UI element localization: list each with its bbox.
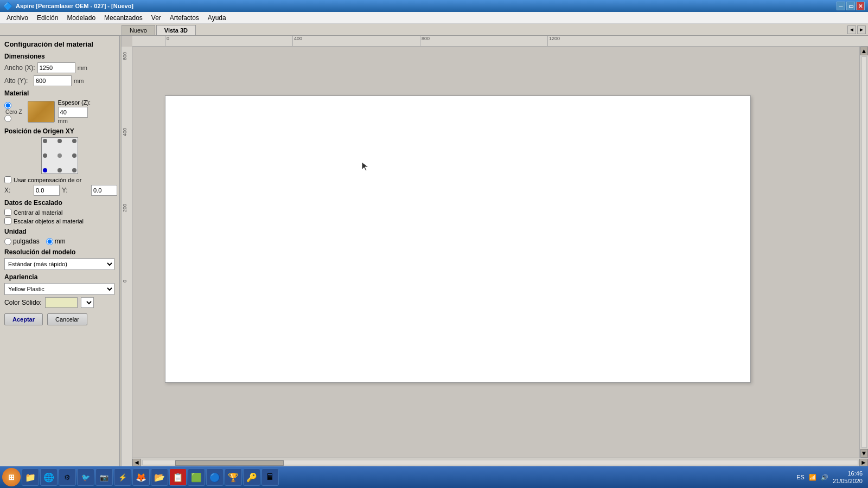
app-icon: 🔷 (3, 2, 12, 10)
vscroll-track[interactable] (861, 56, 867, 448)
taskbar-volume-icon: 🔊 (821, 474, 828, 481)
taskbar-icon-files[interactable]: 📂 (151, 468, 168, 486)
origin-dot-bm[interactable] (58, 168, 62, 172)
espesor-unit: mm (58, 118, 91, 124)
origin-dot-mm[interactable] (58, 153, 62, 158)
pulgadas-label: pulgadas (13, 237, 40, 245)
close-button[interactable]: ✕ (856, 2, 865, 10)
taskbar-icon-key[interactable]: 🔑 (243, 468, 260, 486)
radio-pulgadas[interactable]: pulgadas (4, 237, 40, 245)
hscroll-left-button[interactable]: ◄ (132, 459, 141, 466)
ancho-input[interactable] (37, 62, 75, 73)
nav-left-button[interactable]: ◄ (847, 25, 856, 34)
alto-input[interactable] (34, 75, 72, 86)
canvas-area[interactable] (132, 47, 868, 455)
apariencia-select[interactable]: Yellow Plastic Oak Pine MDF Aluminium Co… (4, 283, 114, 295)
comp-y-input[interactable] (91, 185, 117, 196)
vertical-scrollbar[interactable]: ▲ ▼ (859, 47, 868, 458)
nav-right-button[interactable]: ► (857, 25, 866, 34)
radio-mm[interactable]: mm (46, 237, 66, 245)
ruler-v-tick-400: 400 (122, 128, 127, 136)
ancho-label: Ancho (X): (4, 64, 35, 72)
color-swatch-select[interactable]: ▼ (81, 297, 94, 308)
taskbar-icon-bird[interactable]: 🐦 (77, 468, 94, 486)
origin-dot-br[interactable] (72, 168, 76, 172)
cancelar-button[interactable]: Cancelar (47, 313, 87, 325)
taskbar-icon-explorer[interactable]: 📁 (22, 468, 39, 486)
menu-modelado[interactable]: Modelado (62, 13, 100, 23)
taskbar-date: 21/05/2020 (833, 477, 863, 485)
origin-dot-bl[interactable] (43, 168, 47, 172)
taskbar-icon-lightning[interactable]: ⚡ (114, 468, 131, 486)
cursor-arrow-icon (361, 161, 372, 172)
ancho-unit: mm (78, 65, 87, 71)
menu-ayuda[interactable]: Ayuda (203, 13, 231, 23)
taskbar-icon-medal[interactable]: 🏆 (225, 468, 242, 486)
taskbar-icon-calc[interactable]: 🖩 (261, 468, 279, 486)
horizontal-scrollbar[interactable]: ◄ ► (132, 458, 868, 466)
alto-label: Alto (Y): (4, 77, 31, 85)
restore-button[interactable]: ▭ (846, 2, 855, 10)
vscroll-up-button[interactable]: ▲ (860, 47, 868, 55)
window-title: Aspire [Percamlaser OEM - 027] - [Nuevo] (16, 3, 133, 9)
material-preview (28, 101, 55, 123)
ruler-v-tick-200: 200 (122, 204, 127, 212)
menu-edicion[interactable]: Edición (33, 13, 62, 23)
menu-ver[interactable]: Ver (147, 13, 165, 23)
taskbar-icon-blue[interactable]: 🔵 (206, 468, 224, 486)
panel-title: Configuración del material (4, 40, 114, 48)
menu-mecanizados[interactable]: Mecanizados (100, 13, 147, 23)
radio-pulgadas-input[interactable] (4, 238, 11, 245)
origin-dot-tr[interactable] (72, 139, 76, 143)
ceroz-bottom-input[interactable] (4, 115, 11, 122)
tab-nuevo[interactable]: Nuevo (122, 25, 155, 35)
hscroll-thumb[interactable] (175, 460, 284, 466)
svg-marker-0 (362, 162, 368, 171)
taskbar-icon-chrome[interactable]: 🌐 (40, 468, 58, 486)
aceptar-button[interactable]: Aceptar (4, 313, 43, 325)
start-button[interactable]: ⊞ (2, 468, 21, 486)
escalar-checkbox[interactable] (4, 217, 11, 224)
compensacion-xy: X: Y: (4, 185, 114, 196)
origin-dot-ml[interactable] (43, 153, 47, 158)
material-block: Cero Z Espesor (Z): mm (4, 99, 114, 124)
color-solido-label: Color Sólido: (4, 299, 42, 306)
material-z-block: Espesor (Z): mm (58, 99, 91, 124)
taskbar-icon-firefox[interactable]: 🦊 (132, 468, 150, 486)
menu-archivo[interactable]: Archivo (2, 13, 33, 23)
ruler-h-tick-400: 400 (292, 36, 302, 47)
taskbar-icon-green[interactable]: 🟩 (188, 468, 205, 486)
ruler-horizontal: 0 400 800 1200 (132, 36, 868, 47)
origin-dot-mr[interactable] (72, 153, 76, 158)
espesor-input[interactable] (58, 107, 88, 118)
cero-z-top-radio[interactable] (4, 102, 11, 109)
vscroll-down-button[interactable]: ▼ (860, 449, 868, 458)
menu-artefactos[interactable]: Artefactos (165, 13, 203, 23)
origin-dot-tl[interactable] (43, 139, 47, 143)
taskbar-icon-cam[interactable]: 📷 (95, 468, 113, 486)
hscroll-track[interactable] (142, 460, 858, 465)
field-ancho: Ancho (X): mm (4, 62, 114, 73)
ruler-h-tick-1200: 1200 (547, 36, 560, 47)
color-solido-row: Color Sólido: ▼ (4, 297, 114, 308)
centrar-row: Centrar al material (4, 209, 114, 216)
taskbar-icon-red[interactable]: 📋 (169, 468, 187, 486)
minimize-button[interactable]: ─ (837, 2, 845, 10)
ceroz-top-input[interactable] (4, 102, 11, 109)
section-apariencia: Apariencia (4, 273, 114, 281)
menubar: Archivo Edición Modelado Mecanizados Ver… (0, 12, 868, 24)
origin-dot-tm[interactable] (58, 139, 62, 143)
resolucion-select[interactable]: Muy bajo (más rápido) Bajo Estándar (más… (4, 258, 114, 270)
taskbar-icon-settings[interactable]: ⚙ (59, 468, 76, 486)
hscroll-right-button[interactable]: ► (859, 459, 868, 466)
comp-x-input[interactable] (34, 185, 60, 196)
section-origen: Posición de Origen XY (4, 127, 114, 135)
compensacion-checkbox[interactable] (4, 176, 11, 183)
field-alto: Alto (Y): mm (4, 75, 114, 86)
tab-vista3d[interactable]: Vista 3D (156, 25, 196, 35)
taskbar-right: ES 📶 🔊 16:46 21/05/2020 (796, 470, 866, 485)
centrar-checkbox[interactable] (4, 209, 11, 216)
time-block: 16:46 21/05/2020 (833, 470, 863, 485)
radio-mm-input[interactable] (46, 238, 53, 245)
cero-z-bottom-radio[interactable] (4, 115, 11, 122)
